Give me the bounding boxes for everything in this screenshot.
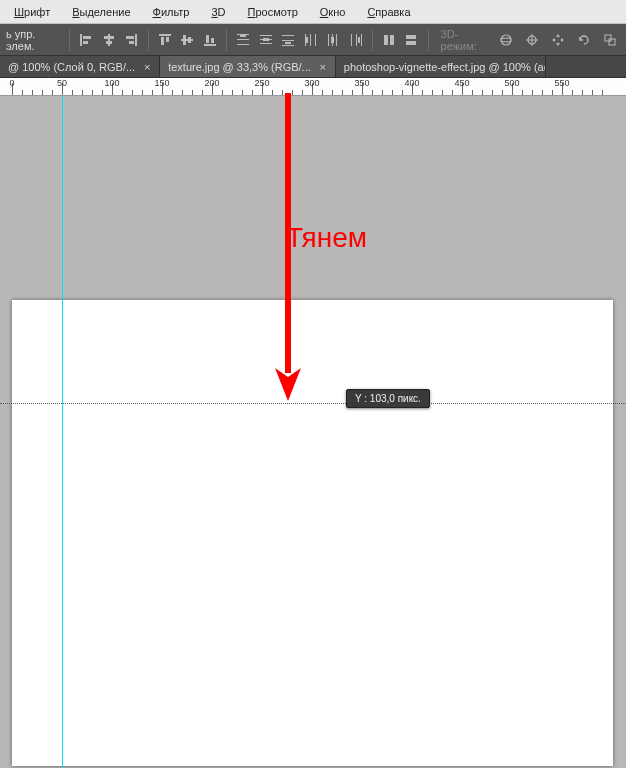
svg-rect-32: [315, 34, 316, 46]
svg-rect-16: [206, 35, 209, 43]
svg-rect-12: [181, 39, 193, 41]
svg-rect-8: [129, 41, 134, 44]
align-left-icon[interactable]: [76, 28, 97, 52]
svg-rect-45: [406, 41, 416, 45]
separator: [69, 29, 70, 51]
scale-3d-icon[interactable]: [598, 28, 622, 52]
svg-rect-10: [161, 37, 164, 45]
ruler-horizontal[interactable]: 050100150200250300350400450500550: [0, 78, 626, 96]
align-right-icon[interactable]: [121, 28, 142, 52]
distribute-h-center-icon[interactable]: [323, 28, 344, 52]
guide-vertical[interactable]: [62, 96, 63, 768]
separator: [148, 29, 149, 51]
align-center-v-icon[interactable]: [177, 28, 198, 52]
ruler-tick-label: 400: [404, 78, 419, 88]
svg-rect-11: [166, 37, 169, 42]
distribute-bottom-icon[interactable]: [278, 28, 299, 52]
ruler-tick-label: 150: [154, 78, 169, 88]
svg-rect-19: [237, 39, 249, 40]
orbit-3d-icon[interactable]: [494, 28, 518, 52]
canvas[interactable]: [12, 300, 613, 766]
ruler-tick-label: 250: [254, 78, 269, 88]
svg-rect-33: [306, 37, 308, 43]
svg-rect-30: [305, 34, 306, 46]
svg-rect-39: [356, 34, 357, 46]
document-tab-label: @ 100% (Слой 0, RGB/...: [8, 61, 135, 73]
align-bottom-icon[interactable]: [200, 28, 221, 52]
ruler-tick-label: 100: [104, 78, 119, 88]
rotate-3d-icon[interactable]: [572, 28, 596, 52]
document-tab-label: texture.jpg @ 33,3% (RGB/...: [168, 61, 311, 73]
svg-rect-38: [351, 34, 352, 46]
distribute-v-center-icon[interactable]: [255, 28, 276, 52]
svg-rect-41: [358, 37, 360, 43]
menu-filter[interactable]: Фильтр: [143, 3, 200, 21]
separator: [428, 29, 429, 51]
svg-rect-13: [183, 35, 186, 45]
svg-rect-6: [135, 34, 137, 46]
guide-horizontal[interactable]: [0, 403, 626, 404]
svg-rect-14: [188, 37, 191, 43]
svg-rect-1: [83, 36, 91, 39]
workspace[interactable]: Y : 103,0 пикс. Тянем: [0, 96, 626, 768]
menu-window[interactable]: Окно: [310, 3, 356, 21]
svg-rect-31: [310, 34, 311, 46]
distribute-left-icon[interactable]: [300, 28, 321, 52]
svg-rect-34: [328, 34, 329, 46]
align-top-icon[interactable]: [155, 28, 176, 52]
svg-rect-51: [605, 35, 611, 41]
svg-rect-42: [384, 35, 388, 45]
menu-3d[interactable]: 3D: [201, 3, 235, 21]
separator: [372, 29, 373, 51]
svg-rect-28: [282, 45, 294, 46]
document-tab[interactable]: texture.jpg @ 33,3% (RGB/... ×: [160, 56, 336, 77]
svg-rect-7: [126, 36, 134, 39]
svg-rect-43: [390, 35, 394, 45]
distribute-top-icon[interactable]: [233, 28, 254, 52]
menu-select[interactable]: Выделение: [62, 3, 140, 21]
menu-view[interactable]: Просмотр: [238, 3, 308, 21]
distribute-right-icon[interactable]: [345, 28, 366, 52]
auto-align-icon[interactable]: [379, 28, 400, 52]
align-center-h-icon[interactable]: [99, 28, 120, 52]
svg-rect-40: [361, 34, 362, 46]
svg-rect-36: [336, 34, 337, 46]
document-tab-label: photoshop-vignette-effect.jpg @ 100% (ad…: [344, 61, 546, 73]
ruler-tick-label: 300: [304, 78, 319, 88]
menu-font[interactable]: Шрифт: [4, 3, 60, 21]
svg-rect-15: [204, 44, 216, 46]
svg-rect-18: [237, 34, 249, 35]
svg-rect-3: [108, 34, 110, 46]
mode-3d-label: 3D-режим:: [435, 28, 492, 52]
svg-rect-20: [237, 44, 249, 45]
move-3d-icon[interactable]: [546, 28, 570, 52]
ruler-tick-label: 200: [204, 78, 219, 88]
svg-rect-2: [83, 41, 88, 44]
ruler-tick-label: 450: [454, 78, 469, 88]
close-icon[interactable]: ×: [141, 61, 153, 73]
svg-point-46: [501, 35, 511, 45]
pan-3d-icon[interactable]: [520, 28, 544, 52]
options-left-label: ь упр. элем.: [4, 28, 63, 52]
menu-help[interactable]: Справка: [357, 3, 420, 21]
ruler-tick-label: 0: [9, 78, 14, 88]
svg-rect-52: [609, 39, 615, 45]
svg-rect-5: [106, 41, 112, 44]
annotation-text: Тянем: [286, 222, 367, 254]
svg-rect-29: [285, 42, 291, 44]
document-tab[interactable]: photoshop-vignette-effect.jpg @ 100% (ad…: [336, 56, 546, 77]
auto-align-icon-2[interactable]: [401, 28, 422, 52]
svg-rect-25: [263, 38, 269, 41]
ruler-tick-label: 550: [554, 78, 569, 88]
menu-bar: Шрифт Выделение Фильтр 3D Просмотр Окно …: [0, 0, 626, 24]
svg-rect-27: [282, 40, 294, 41]
ruler-tick-label: 500: [504, 78, 519, 88]
ruler-tick-label: 50: [57, 78, 67, 88]
document-tab[interactable]: @ 100% (Слой 0, RGB/... ×: [0, 56, 160, 77]
svg-rect-0: [80, 34, 82, 46]
svg-rect-37: [331, 37, 334, 43]
svg-rect-9: [159, 34, 171, 36]
svg-rect-24: [260, 43, 272, 44]
svg-point-47: [501, 38, 511, 42]
close-icon[interactable]: ×: [317, 61, 329, 73]
